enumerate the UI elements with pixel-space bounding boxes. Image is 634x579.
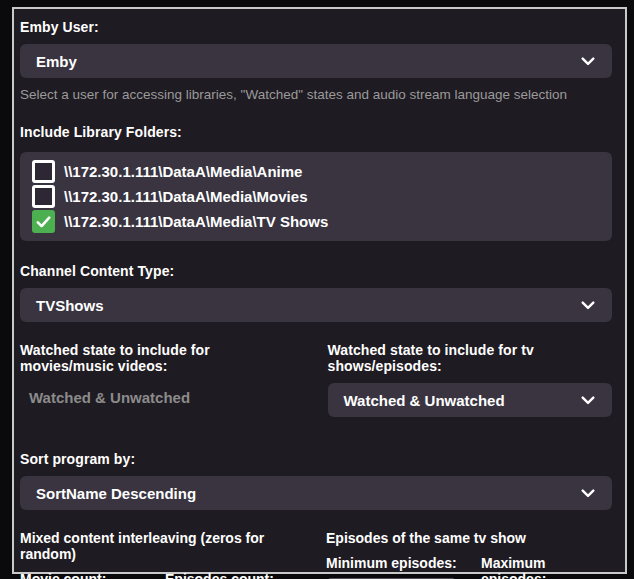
watched-tv-label: Watched state to include for tv shows/ep… bbox=[328, 342, 613, 374]
maximum-episodes-label: Maximum episodes: bbox=[481, 555, 612, 579]
channel-content-type-section: Channel Content Type: TVShows bbox=[20, 263, 612, 322]
same-show-group-label: Episodes of the same tv show bbox=[326, 530, 612, 546]
movie-count-field: Movie count: bbox=[20, 571, 165, 579]
emby-user-select[interactable]: Emby bbox=[20, 44, 612, 78]
library-folders-label: Include Library Folders: bbox=[20, 124, 612, 140]
minimum-episodes-field: Minimum episodes: bbox=[326, 555, 481, 579]
chevron-down-icon bbox=[581, 489, 595, 498]
interleaving-group-label: Mixed content interleaving (zeros for ra… bbox=[20, 530, 303, 562]
folder-path: \\172.30.1.111\DataA\Media\Anime bbox=[64, 163, 302, 180]
settings-panel: Emby User: Emby Select a user for access… bbox=[12, 7, 627, 574]
maximum-episodes-field: Maximum episodes: bbox=[481, 555, 612, 579]
episodes-count-field: Episodes count: bbox=[165, 571, 303, 579]
same-show-group: Episodes of the same tv show Minimum epi… bbox=[326, 530, 612, 579]
watched-movies-select-disabled: Watched & Unwatched bbox=[20, 389, 305, 406]
bottom-section: Mixed content interleaving (zeros for ra… bbox=[20, 530, 612, 579]
sort-by-select[interactable]: SortName Descending bbox=[20, 476, 612, 510]
checkbox-movies[interactable] bbox=[32, 185, 55, 208]
emby-user-label: Emby User: bbox=[20, 19, 612, 35]
library-folders-list: \\172.30.1.111\DataA\Media\Anime \\172.3… bbox=[20, 152, 612, 241]
check-icon bbox=[36, 216, 51, 228]
chevron-down-icon bbox=[581, 396, 595, 405]
watched-state-section: Watched state to include for movies/musi… bbox=[20, 342, 612, 417]
checkbox-anime[interactable] bbox=[32, 160, 55, 183]
folder-path: \\172.30.1.111\DataA\Media\TV Shows bbox=[64, 213, 328, 230]
episodes-count-label: Episodes count: bbox=[165, 571, 303, 579]
library-folder-row[interactable]: \\172.30.1.111\DataA\Media\Anime bbox=[32, 159, 602, 184]
watched-tv-select[interactable]: Watched & Unwatched bbox=[328, 383, 613, 417]
emby-user-section: Emby User: Emby Select a user for access… bbox=[20, 19, 612, 102]
library-folder-row[interactable]: \\172.30.1.111\DataA\Media\TV Shows bbox=[32, 209, 602, 234]
channel-content-type-select[interactable]: TVShows bbox=[20, 288, 612, 322]
library-folder-row[interactable]: \\172.30.1.111\DataA\Media\Movies bbox=[32, 184, 602, 209]
minimum-episodes-label: Minimum episodes: bbox=[326, 555, 481, 571]
chevron-down-icon bbox=[581, 57, 595, 66]
sort-by-value: SortName Descending bbox=[36, 485, 196, 502]
emby-user-help: Select a user for accessing libraries, "… bbox=[20, 87, 612, 102]
chevron-down-icon bbox=[581, 301, 595, 310]
watched-movies-column: Watched state to include for movies/musi… bbox=[20, 342, 305, 417]
library-folders-section: Include Library Folders: \\172.30.1.111\… bbox=[20, 124, 612, 241]
movie-count-label: Movie count: bbox=[20, 571, 165, 579]
interleaving-group: Mixed content interleaving (zeros for ra… bbox=[20, 530, 303, 579]
sort-by-label: Sort program by: bbox=[20, 451, 612, 467]
folder-path: \\172.30.1.111\DataA\Media\Movies bbox=[64, 188, 307, 205]
sort-section: Sort program by: SortName Descending bbox=[20, 451, 612, 510]
channel-content-type-label: Channel Content Type: bbox=[20, 263, 612, 279]
watched-movies-label: Watched state to include for movies/musi… bbox=[20, 342, 305, 374]
watched-tv-column: Watched state to include for tv shows/ep… bbox=[328, 342, 613, 417]
channel-content-type-value: TVShows bbox=[36, 297, 104, 314]
watched-tv-value: Watched & Unwatched bbox=[344, 392, 505, 409]
emby-user-value: Emby bbox=[36, 53, 77, 70]
checkbox-tv-shows[interactable] bbox=[32, 210, 55, 233]
